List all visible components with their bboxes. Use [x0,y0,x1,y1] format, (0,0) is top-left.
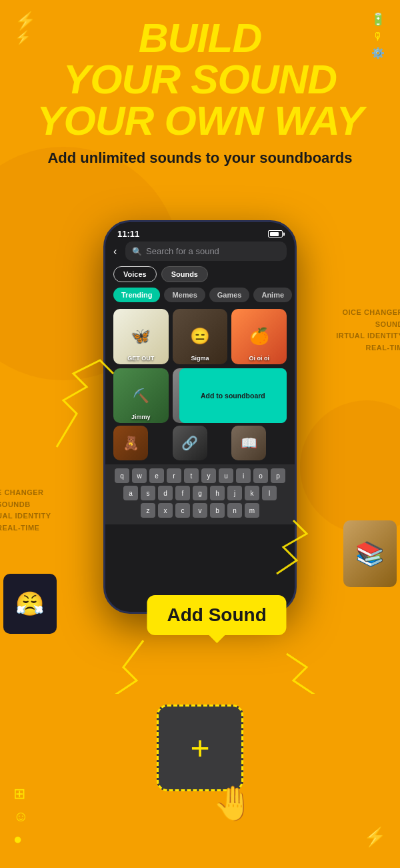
key-r[interactable]: r [167,468,181,483]
chip-voices[interactable]: Voices [113,266,157,282]
sound-grid-row2-container: ⛏️ Jimmy 😨 🐦 t Add to soundboard [105,368,295,426]
plus-icon: + [190,731,209,765]
cat-trending[interactable]: Trending [113,288,160,302]
sound-label-oi: Oi oi oi [231,355,287,362]
key-f[interactable]: f [175,486,190,500]
category-chips: Trending Memes Games Anime [105,285,295,305]
keyboard-row-2: a s d f g h j k l [108,486,292,500]
key-w[interactable]: w [132,468,147,483]
sound-card-r3c2[interactable]: 🔗 [173,426,207,460]
search-icon: 🔍 [132,247,142,256]
sound-grid-row3: 🧸 🔗 📖 [105,426,295,463]
key-j[interactable]: j [227,486,242,500]
deco-face-left: 😤 [3,574,57,634]
sound-label-steve: Jimmy [113,414,169,420]
status-bar: 11:11 [105,222,295,242]
add-sound-tile[interactable]: + [157,705,243,791]
keyboard-row-3: z x c v b n m [108,503,292,518]
hero-subtitle: Add unlimited sounds to your soundboards [0,148,400,169]
key-t[interactable]: t [184,468,199,483]
key-e[interactable]: e [149,468,164,483]
cat-memes[interactable]: Memes [164,288,205,302]
key-a[interactable]: a [123,486,138,500]
key-v[interactable]: v [193,503,207,518]
bolt-icon-bottom-right: ⚡ [363,826,387,848]
emoji-icon-bottom[interactable]: ☺ [13,808,28,825]
phone-mockup: 11:11 ‹ 🔍 Search for a sound Voices [103,220,297,614]
key-y[interactable]: y [201,468,216,483]
key-l[interactable]: l [262,486,277,500]
bottom-left-icons: ⊞ ☺ ● [13,785,28,848]
key-o[interactable]: o [253,468,268,483]
key-u[interactable]: u [219,468,233,483]
search-placeholder: Search for a sound [146,246,219,256]
cursor-hand: 🤚 [212,784,253,823]
battery-indicator [268,230,283,238]
key-z[interactable]: z [141,503,155,518]
sound-card-sigma[interactable]: 😑 Sigma [173,309,228,364]
add-sound-callout: Add Sound [147,595,286,635]
key-m[interactable]: m [245,503,259,518]
chip-sounds[interactable]: Sounds [161,266,208,282]
hero-section: BUILD YOUR SOUND YOUR OWN WAY Add unlimi… [0,12,400,169]
cat-games[interactable]: Games [209,288,250,302]
hero-title: BUILD YOUR SOUND YOUR OWN WAY [0,17,400,141]
key-p[interactable]: p [271,468,285,483]
circle-icon-bottom: ● [13,831,28,848]
sound-card-oi[interactable]: 🍊 Oi oi oi [231,309,287,364]
status-icons [268,230,283,238]
sound-card-r3c3[interactable]: 📖 [231,426,266,460]
add-sound-label: Add Sound [167,604,266,625]
sound-grid-row1: 🦋 GET OUT 😑 Sigma 🍊 Oi oi oi [105,305,295,368]
sound-card-r3c1[interactable]: 🧸 [113,426,148,460]
key-x[interactable]: x [158,503,173,518]
cat-anime[interactable]: Anime [253,288,292,302]
key-g[interactable]: g [193,486,207,500]
sound-label-sigma: Sigma [173,355,228,362]
key-q[interactable]: q [115,468,129,483]
key-k[interactable]: k [245,486,259,500]
key-c[interactable]: c [175,503,190,518]
keyboard-area: q w e r t y u i o p a s d f g h [105,464,295,524]
key-h[interactable]: h [210,486,225,500]
status-time: 11:11 [117,229,139,239]
grid-icon-bottom[interactable]: ⊞ [13,785,28,803]
key-i[interactable]: i [236,468,251,483]
phone-outer: 11:11 ‹ 🔍 Search for a sound Voices [103,220,297,614]
search-row: ‹ 🔍 Search for a sound [105,242,295,261]
phone-screen: 11:11 ‹ 🔍 Search for a sound Voices [105,222,295,612]
keyboard-row-1: q w e r t y u i o p [108,468,292,483]
filter-chips: Voices Sounds [105,264,295,285]
back-button[interactable]: ‹ [109,246,121,258]
key-b[interactable]: b [210,503,225,518]
key-d[interactable]: d [158,486,173,500]
key-n[interactable]: n [227,503,242,518]
key-s[interactable]: s [141,486,155,500]
sound-card-get-out[interactable]: 🦋 GET OUT [113,309,169,364]
side-text-left: E CHANGER SOUNDB UAL IDENTITY REAL-TIME [0,487,51,534]
side-text-right: OICE CHANGER SOUND IRTUAL IDENTITY REAL-… [336,307,400,354]
sound-card-steve[interactable]: ⛏️ Jimmy [113,368,169,424]
sound-label-get-out: GET OUT [113,355,169,362]
deco-img-right: 📚 [343,520,397,587]
search-bar[interactable]: 🔍 Search for a sound [125,242,287,261]
add-soundboard-button[interactable]: Add to soundboard [179,368,287,424]
